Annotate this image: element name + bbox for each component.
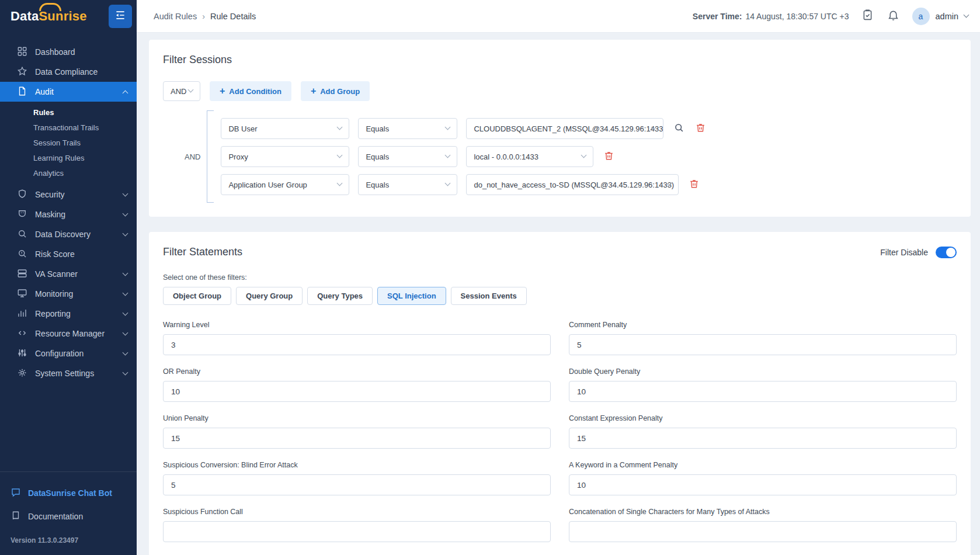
add-condition-button[interactable]: + Add Condition: [210, 81, 291, 101]
double-query-penalty-input[interactable]: [569, 381, 957, 402]
clipboard-check-icon: [861, 9, 874, 23]
tab-query-group[interactable]: Query Group: [236, 287, 303, 305]
filter-disable-toggle[interactable]: [936, 247, 957, 258]
chevron-down-icon: [581, 152, 587, 158]
star-icon: [17, 66, 27, 78]
chevron-down-icon: [445, 181, 451, 186]
breadcrumb: Audit Rules › Rule Details: [154, 12, 256, 21]
condition-field-select[interactable]: Application User Group: [221, 174, 349, 195]
sidebar-item-data-compliance[interactable]: Data Compliance: [0, 62, 137, 82]
union-penalty-input[interactable]: [163, 428, 551, 449]
sidebar-item-security[interactable]: Security: [0, 185, 137, 204]
condition-field-value: DB User: [228, 124, 257, 133]
main-column: Audit Rules › Rule Details Server Time:1…: [137, 0, 980, 555]
field-double-query-penalty: Double Query Penalty: [569, 367, 957, 402]
chatbot-label: DataSunrise Chat Bot: [28, 488, 112, 498]
monitor-icon: [17, 288, 27, 300]
notifications-button[interactable]: [887, 9, 901, 23]
sidebar-item-data-discovery[interactable]: Data Discovery: [0, 224, 137, 244]
sidebar-item-learning-rules[interactable]: Learning Rules: [0, 150, 137, 165]
sidebar-item-va-scanner[interactable]: VA Scanner: [0, 264, 137, 284]
scanner-list-icon: [17, 268, 27, 280]
gear-icon: [17, 367, 27, 380]
search-icon: [17, 228, 27, 241]
audit-submenu: Rules Transactional Trails Session Trail…: [0, 102, 137, 185]
sliders-icon: [17, 348, 27, 360]
delete-condition-button[interactable]: [694, 122, 707, 135]
filter-type-tabs: Object Group Query Group Query Types SQL…: [163, 287, 957, 305]
condition-value-select[interactable]: local - 0.0.0.0:1433: [466, 146, 593, 167]
sidebar-item-masking[interactable]: Masking: [0, 204, 137, 224]
logo-text-data: Data: [11, 9, 39, 23]
tab-session-events[interactable]: Session Events: [451, 287, 527, 305]
field-constant-expression-penalty: Constant Expression Penalty: [569, 414, 957, 449]
server-time-label: Server Time:: [693, 12, 742, 21]
delete-condition-button[interactable]: [602, 150, 615, 163]
sidebar-item-rules[interactable]: Rules: [0, 105, 137, 120]
field-label: Double Query Penalty: [569, 367, 957, 376]
documentation-link[interactable]: Documentation: [0, 505, 137, 528]
sidebar-item-session-trails[interactable]: Session Trails: [0, 135, 137, 150]
sidebar-item-risk-score[interactable]: Risk Score: [0, 244, 137, 264]
chevron-down-icon: [123, 290, 128, 296]
tab-object-group[interactable]: Object Group: [163, 287, 231, 305]
sidebar-item-configuration[interactable]: Configuration: [0, 344, 137, 363]
logic-operator-select[interactable]: AND: [163, 81, 200, 101]
chevron-down-icon: [123, 270, 128, 276]
condition-group: AND DB User Equals CLOUDDBSQLAGEN: [163, 110, 957, 203]
subnav-label: Session Trails: [33, 138, 81, 147]
tab-query-types[interactable]: Query Types: [307, 287, 373, 305]
chatbot-link[interactable]: DataSunrise Chat Bot: [0, 481, 137, 505]
field-union-penalty: Union Penalty: [163, 414, 551, 449]
chevron-down-icon: [123, 191, 128, 197]
sidebar-item-resource-manager[interactable]: Resource Manager: [0, 324, 137, 344]
field-label: Comment Penalty: [569, 321, 957, 329]
condition-operator-select[interactable]: Equals: [358, 118, 457, 139]
sidebar-item-transactional-trails[interactable]: Transactional Trails: [0, 120, 137, 135]
breadcrumb-current: Rule Details: [210, 12, 256, 21]
sidebar-item-analytics[interactable]: Analytics: [0, 165, 137, 181]
field-label: A Keyword in a Comment Penalty: [569, 461, 957, 469]
sidebar-nav: Dashboard Data Compliance Audit Rules Tr…: [0, 33, 137, 383]
condition-field-select[interactable]: DB User: [221, 118, 349, 139]
filter-sessions-card: Filter Sessions AND + Add Condition + Ad…: [149, 40, 971, 217]
or-penalty-input[interactable]: [163, 381, 551, 402]
suspicious-function-call-input[interactable]: [163, 521, 551, 542]
condition-field-select[interactable]: Proxy: [221, 146, 349, 167]
field-label: Warning Level: [163, 321, 551, 329]
condition-value-select[interactable]: CLOUDDBSQLAGENT_2 (MSSQL@34.45.129.96:14…: [466, 118, 663, 139]
tasks-button[interactable]: [861, 9, 875, 23]
keyword-comment-penalty-input[interactable]: [569, 474, 957, 495]
trash-icon: [695, 122, 706, 136]
condition-field-value: Proxy: [228, 152, 248, 161]
sidebar-item-system-settings[interactable]: System Settings: [0, 363, 137, 383]
sidebar-item-monitoring[interactable]: Monitoring: [0, 284, 137, 304]
user-menu[interactable]: a admin: [912, 8, 969, 25]
warning-level-input[interactable]: [163, 334, 551, 355]
constant-expression-penalty-input[interactable]: [569, 428, 957, 449]
sidebar-collapse-button[interactable]: [109, 5, 132, 28]
breadcrumb-audit-rules[interactable]: Audit Rules: [154, 12, 197, 21]
add-group-button[interactable]: + Add Group: [301, 81, 370, 101]
chevron-down-icon: [445, 152, 451, 158]
sidebar-item-label: Masking: [35, 210, 65, 219]
app-logo[interactable]: DataSunrise: [11, 9, 87, 24]
avatar: a: [912, 8, 930, 25]
sidebar-item-reporting[interactable]: Reporting: [0, 304, 137, 324]
chevron-down-icon: [123, 231, 128, 237]
sidebar-item-label: Security: [35, 190, 65, 199]
field-label: Suspicious Conversion: Blind Error Attac…: [163, 461, 551, 469]
delete-condition-button[interactable]: [687, 178, 700, 191]
tab-sql-injection[interactable]: SQL Injection: [377, 287, 446, 305]
concatenation-single-chars-input[interactable]: [569, 521, 957, 542]
sidebar-item-audit[interactable]: Audit: [0, 82, 137, 102]
condition-operator-select[interactable]: Equals: [358, 174, 457, 195]
comment-penalty-input[interactable]: [569, 334, 957, 355]
condition-value-select[interactable]: do_not_have_access_to-SD (MSSQL@34.45.12…: [466, 174, 679, 195]
condition-operator-select[interactable]: Equals: [358, 146, 457, 167]
suspicious-conversion-input[interactable]: [163, 474, 551, 495]
search-value-button[interactable]: [672, 122, 685, 135]
sidebar-item-dashboard[interactable]: Dashboard: [0, 42, 137, 62]
condition-operator-value: Equals: [366, 181, 389, 189]
dashboard-icon: [17, 46, 27, 58]
